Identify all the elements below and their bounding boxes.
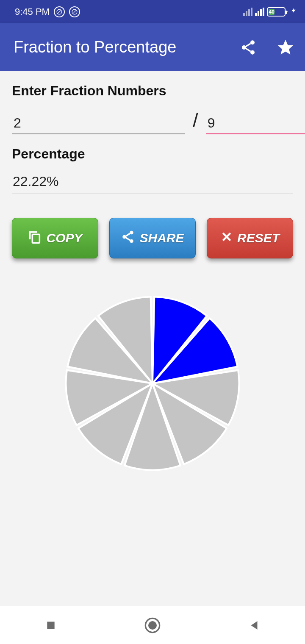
dnd-icon bbox=[54, 6, 65, 17]
denominator-input[interactable] bbox=[206, 113, 305, 134]
svg-line-1 bbox=[58, 10, 61, 13]
reset-button[interactable]: RESET bbox=[207, 218, 293, 258]
svg-point-8 bbox=[130, 230, 134, 234]
app-bar-actions bbox=[239, 38, 295, 57]
back-button[interactable] bbox=[244, 615, 264, 636]
fraction-slash: / bbox=[193, 109, 198, 134]
status-right: 40 bbox=[243, 6, 297, 17]
svg-point-15 bbox=[148, 621, 157, 630]
pie-chart-area bbox=[12, 288, 293, 479]
copy-label: COPY bbox=[46, 231, 82, 245]
battery-fill: 40 bbox=[269, 9, 274, 15]
svg-rect-13 bbox=[47, 622, 54, 629]
recent-apps-button[interactable] bbox=[41, 615, 61, 636]
app-bar: Fraction to Percentage bbox=[0, 23, 305, 71]
percentage-label: Percentage bbox=[12, 146, 293, 162]
favorite-star-icon[interactable] bbox=[276, 38, 295, 57]
signal-icon-1 bbox=[243, 8, 252, 16]
reset-label: RESET bbox=[237, 231, 280, 245]
svg-point-10 bbox=[130, 239, 134, 243]
svg-point-6 bbox=[250, 50, 255, 54]
status-bar: 9:45 PM 40 bbox=[0, 0, 305, 23]
status-left: 9:45 PM bbox=[15, 6, 80, 17]
dnd-icon-2 bbox=[69, 6, 80, 17]
action-buttons: COPY SHARE RESET bbox=[12, 218, 293, 258]
status-time: 9:45 PM bbox=[15, 6, 50, 17]
fraction-label: Enter Fraction Numbers bbox=[12, 83, 293, 99]
home-button[interactable] bbox=[142, 615, 163, 636]
share-label: SHARE bbox=[139, 231, 184, 245]
svg-point-5 bbox=[242, 45, 246, 50]
signal-icon-2 bbox=[255, 8, 264, 16]
numerator-input[interactable] bbox=[12, 113, 185, 134]
share-icon bbox=[121, 230, 135, 247]
svg-point-9 bbox=[123, 235, 127, 239]
app-title: Fraction to Percentage bbox=[14, 38, 176, 56]
copy-icon bbox=[28, 230, 42, 247]
copy-button[interactable]: COPY bbox=[12, 218, 98, 258]
share-app-icon[interactable] bbox=[239, 38, 258, 57]
content-area: Enter Fraction Numbers / Percentage COPY… bbox=[0, 71, 305, 479]
svg-rect-7 bbox=[33, 234, 40, 243]
result-output bbox=[12, 170, 293, 194]
share-button[interactable]: SHARE bbox=[109, 218, 196, 258]
system-nav-bar bbox=[0, 606, 305, 644]
close-icon bbox=[220, 230, 233, 246]
svg-point-4 bbox=[250, 40, 255, 44]
charging-icon bbox=[291, 6, 297, 17]
svg-line-3 bbox=[73, 10, 76, 13]
battery-indicator: 40 bbox=[267, 7, 288, 17]
fraction-inputs: / bbox=[12, 109, 293, 134]
pie-chart bbox=[57, 288, 248, 479]
